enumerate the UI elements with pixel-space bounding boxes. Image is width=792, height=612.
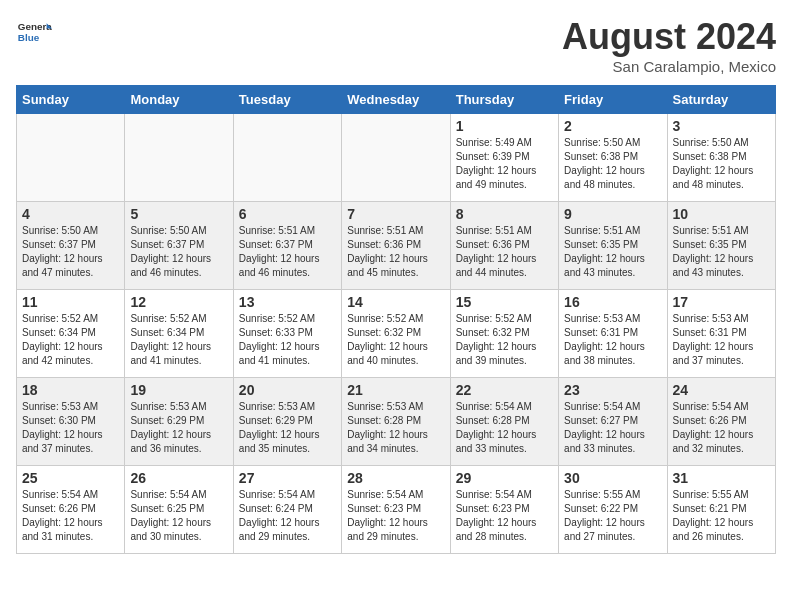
- day-info: Sunrise: 5:54 AM Sunset: 6:26 PM Dayligh…: [673, 400, 770, 456]
- calendar-cell: 12Sunrise: 5:52 AM Sunset: 6:34 PM Dayli…: [125, 290, 233, 378]
- day-info: Sunrise: 5:54 AM Sunset: 6:24 PM Dayligh…: [239, 488, 336, 544]
- day-info: Sunrise: 5:54 AM Sunset: 6:28 PM Dayligh…: [456, 400, 553, 456]
- day-info: Sunrise: 5:50 AM Sunset: 6:38 PM Dayligh…: [564, 136, 661, 192]
- day-info: Sunrise: 5:53 AM Sunset: 6:29 PM Dayligh…: [239, 400, 336, 456]
- calendar-cell: 11Sunrise: 5:52 AM Sunset: 6:34 PM Dayli…: [17, 290, 125, 378]
- weekday-header-thursday: Thursday: [450, 86, 558, 114]
- calendar-cell: 21Sunrise: 5:53 AM Sunset: 6:28 PM Dayli…: [342, 378, 450, 466]
- day-number: 10: [673, 206, 770, 222]
- calendar-cell: 28Sunrise: 5:54 AM Sunset: 6:23 PM Dayli…: [342, 466, 450, 554]
- day-info: Sunrise: 5:54 AM Sunset: 6:27 PM Dayligh…: [564, 400, 661, 456]
- day-number: 1: [456, 118, 553, 134]
- calendar-week-row-4: 18Sunrise: 5:53 AM Sunset: 6:30 PM Dayli…: [17, 378, 776, 466]
- calendar-cell: 6Sunrise: 5:51 AM Sunset: 6:37 PM Daylig…: [233, 202, 341, 290]
- day-number: 23: [564, 382, 661, 398]
- calendar-cell: 27Sunrise: 5:54 AM Sunset: 6:24 PM Dayli…: [233, 466, 341, 554]
- calendar-cell: [342, 114, 450, 202]
- day-number: 15: [456, 294, 553, 310]
- day-number: 5: [130, 206, 227, 222]
- calendar-week-row-1: 1Sunrise: 5:49 AM Sunset: 6:39 PM Daylig…: [17, 114, 776, 202]
- day-number: 14: [347, 294, 444, 310]
- calendar-cell: 9Sunrise: 5:51 AM Sunset: 6:35 PM Daylig…: [559, 202, 667, 290]
- day-number: 18: [22, 382, 119, 398]
- calendar-cell: [233, 114, 341, 202]
- day-info: Sunrise: 5:52 AM Sunset: 6:32 PM Dayligh…: [347, 312, 444, 368]
- day-number: 30: [564, 470, 661, 486]
- day-number: 21: [347, 382, 444, 398]
- day-info: Sunrise: 5:51 AM Sunset: 6:36 PM Dayligh…: [347, 224, 444, 280]
- day-number: 29: [456, 470, 553, 486]
- day-info: Sunrise: 5:52 AM Sunset: 6:34 PM Dayligh…: [130, 312, 227, 368]
- day-info: Sunrise: 5:53 AM Sunset: 6:30 PM Dayligh…: [22, 400, 119, 456]
- calendar-cell: 5Sunrise: 5:50 AM Sunset: 6:37 PM Daylig…: [125, 202, 233, 290]
- day-number: 12: [130, 294, 227, 310]
- day-number: 31: [673, 470, 770, 486]
- logo: General Blue: [16, 16, 52, 52]
- day-number: 28: [347, 470, 444, 486]
- day-number: 24: [673, 382, 770, 398]
- day-info: Sunrise: 5:50 AM Sunset: 6:37 PM Dayligh…: [130, 224, 227, 280]
- day-number: 13: [239, 294, 336, 310]
- day-info: Sunrise: 5:51 AM Sunset: 6:35 PM Dayligh…: [673, 224, 770, 280]
- day-info: Sunrise: 5:55 AM Sunset: 6:22 PM Dayligh…: [564, 488, 661, 544]
- weekday-header-friday: Friday: [559, 86, 667, 114]
- logo-icon: General Blue: [16, 16, 52, 52]
- calendar-table: SundayMondayTuesdayWednesdayThursdayFrid…: [16, 85, 776, 554]
- calendar-cell: 22Sunrise: 5:54 AM Sunset: 6:28 PM Dayli…: [450, 378, 558, 466]
- day-info: Sunrise: 5:54 AM Sunset: 6:25 PM Dayligh…: [130, 488, 227, 544]
- day-number: 7: [347, 206, 444, 222]
- calendar-cell: 25Sunrise: 5:54 AM Sunset: 6:26 PM Dayli…: [17, 466, 125, 554]
- day-info: Sunrise: 5:53 AM Sunset: 6:28 PM Dayligh…: [347, 400, 444, 456]
- calendar-cell: 15Sunrise: 5:52 AM Sunset: 6:32 PM Dayli…: [450, 290, 558, 378]
- location-subtitle: San Caralampio, Mexico: [562, 58, 776, 75]
- day-info: Sunrise: 5:49 AM Sunset: 6:39 PM Dayligh…: [456, 136, 553, 192]
- calendar-cell: 19Sunrise: 5:53 AM Sunset: 6:29 PM Dayli…: [125, 378, 233, 466]
- calendar-cell: 10Sunrise: 5:51 AM Sunset: 6:35 PM Dayli…: [667, 202, 775, 290]
- calendar-cell: 18Sunrise: 5:53 AM Sunset: 6:30 PM Dayli…: [17, 378, 125, 466]
- calendar-cell: 17Sunrise: 5:53 AM Sunset: 6:31 PM Dayli…: [667, 290, 775, 378]
- calendar-cell: 20Sunrise: 5:53 AM Sunset: 6:29 PM Dayli…: [233, 378, 341, 466]
- calendar-cell: [125, 114, 233, 202]
- weekday-header-monday: Monday: [125, 86, 233, 114]
- day-info: Sunrise: 5:54 AM Sunset: 6:23 PM Dayligh…: [456, 488, 553, 544]
- month-year-title: August 2024: [562, 16, 776, 58]
- calendar-cell: 1Sunrise: 5:49 AM Sunset: 6:39 PM Daylig…: [450, 114, 558, 202]
- day-info: Sunrise: 5:53 AM Sunset: 6:31 PM Dayligh…: [564, 312, 661, 368]
- weekday-header-wednesday: Wednesday: [342, 86, 450, 114]
- day-number: 2: [564, 118, 661, 134]
- calendar-cell: 29Sunrise: 5:54 AM Sunset: 6:23 PM Dayli…: [450, 466, 558, 554]
- day-info: Sunrise: 5:53 AM Sunset: 6:31 PM Dayligh…: [673, 312, 770, 368]
- calendar-cell: 31Sunrise: 5:55 AM Sunset: 6:21 PM Dayli…: [667, 466, 775, 554]
- day-number: 9: [564, 206, 661, 222]
- page-header: General Blue August 2024 San Caralampio,…: [16, 16, 776, 75]
- calendar-cell: 16Sunrise: 5:53 AM Sunset: 6:31 PM Dayli…: [559, 290, 667, 378]
- weekday-header-row: SundayMondayTuesdayWednesdayThursdayFrid…: [17, 86, 776, 114]
- calendar-cell: 14Sunrise: 5:52 AM Sunset: 6:32 PM Dayli…: [342, 290, 450, 378]
- day-number: 8: [456, 206, 553, 222]
- calendar-cell: 23Sunrise: 5:54 AM Sunset: 6:27 PM Dayli…: [559, 378, 667, 466]
- weekday-header-tuesday: Tuesday: [233, 86, 341, 114]
- day-number: 27: [239, 470, 336, 486]
- weekday-header-saturday: Saturday: [667, 86, 775, 114]
- day-info: Sunrise: 5:50 AM Sunset: 6:37 PM Dayligh…: [22, 224, 119, 280]
- calendar-cell: 13Sunrise: 5:52 AM Sunset: 6:33 PM Dayli…: [233, 290, 341, 378]
- calendar-week-row-2: 4Sunrise: 5:50 AM Sunset: 6:37 PM Daylig…: [17, 202, 776, 290]
- calendar-week-row-3: 11Sunrise: 5:52 AM Sunset: 6:34 PM Dayli…: [17, 290, 776, 378]
- day-number: 25: [22, 470, 119, 486]
- day-number: 22: [456, 382, 553, 398]
- calendar-cell: 26Sunrise: 5:54 AM Sunset: 6:25 PM Dayli…: [125, 466, 233, 554]
- calendar-week-row-5: 25Sunrise: 5:54 AM Sunset: 6:26 PM Dayli…: [17, 466, 776, 554]
- day-number: 6: [239, 206, 336, 222]
- title-block: August 2024 San Caralampio, Mexico: [562, 16, 776, 75]
- calendar-cell: 7Sunrise: 5:51 AM Sunset: 6:36 PM Daylig…: [342, 202, 450, 290]
- day-number: 17: [673, 294, 770, 310]
- day-info: Sunrise: 5:52 AM Sunset: 6:33 PM Dayligh…: [239, 312, 336, 368]
- calendar-cell: 24Sunrise: 5:54 AM Sunset: 6:26 PM Dayli…: [667, 378, 775, 466]
- day-number: 4: [22, 206, 119, 222]
- day-info: Sunrise: 5:53 AM Sunset: 6:29 PM Dayligh…: [130, 400, 227, 456]
- day-info: Sunrise: 5:54 AM Sunset: 6:23 PM Dayligh…: [347, 488, 444, 544]
- day-info: Sunrise: 5:50 AM Sunset: 6:38 PM Dayligh…: [673, 136, 770, 192]
- calendar-cell: 8Sunrise: 5:51 AM Sunset: 6:36 PM Daylig…: [450, 202, 558, 290]
- calendar-cell: [17, 114, 125, 202]
- day-number: 20: [239, 382, 336, 398]
